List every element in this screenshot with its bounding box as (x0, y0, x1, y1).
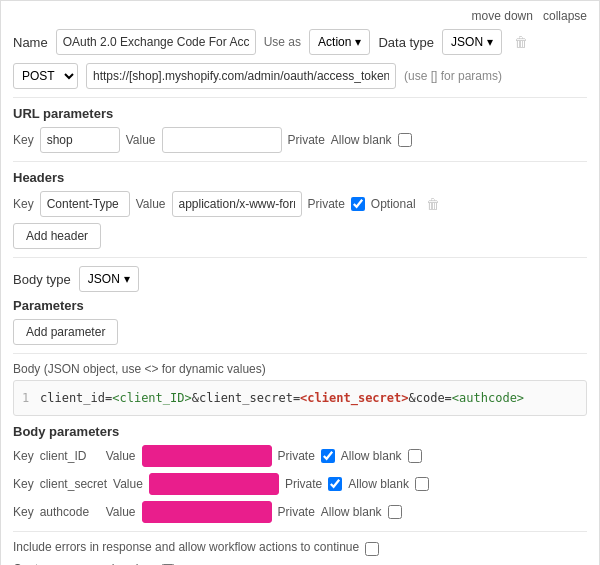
name-label: Name (13, 35, 48, 50)
url-allow-blank-label: Allow blank (331, 133, 392, 147)
url-key-input[interactable] (40, 127, 120, 153)
header-key-label: Key (13, 197, 34, 211)
headers-title: Headers (13, 170, 587, 185)
errors-checkbox[interactable] (365, 542, 379, 556)
bp-private-checkbox-2[interactable] (328, 477, 342, 491)
errors-label: Include errors in response and allow wor… (13, 540, 359, 554)
errors-checkbox-row: Include errors in response and allow wor… (13, 540, 587, 558)
url-input[interactable] (86, 63, 396, 89)
code-line-1: 1 client_id=<client_ID>&client_secret=<c… (22, 389, 578, 407)
chevron-down-icon: ▾ (355, 35, 361, 49)
body-type-label: Body type (13, 272, 71, 287)
ampersand2: &code= (408, 391, 451, 405)
bp-allow-blank-label-2: Allow blank (348, 477, 409, 491)
bp-value-input-3[interactable] (142, 501, 272, 523)
ampersand1: &client_secret= (192, 391, 300, 405)
chevron-down-icon: ▾ (487, 35, 493, 49)
bp-key-label-3: Key (13, 505, 34, 519)
bp-allow-blank-label-1: Allow blank (341, 449, 402, 463)
code-prefix: client_id= (40, 391, 112, 405)
parameters-section: Parameters Add parameter (13, 298, 587, 345)
url-key-label: Key (13, 133, 34, 147)
body-code-box: 1 client_id=<client_ID>&client_secret=<c… (13, 380, 587, 416)
data-type-dropdown[interactable]: JSON ▾ (442, 29, 502, 55)
headers-section: Headers Key Value Private Optional 🗑 Add… (13, 170, 587, 249)
body-param-row-2: Key client_secret Value Private Allow bl… (13, 473, 587, 495)
data-type-label: Data type (378, 35, 434, 50)
body-json-section: Body (JSON object, use <> for dynamic va… (13, 362, 587, 416)
bp-private-checkbox-1[interactable] (321, 449, 335, 463)
delete-icon[interactable]: 🗑 (514, 34, 528, 50)
bp-private-label-3: Private (278, 505, 315, 519)
bp-key-value-3: authcode (40, 505, 100, 519)
client-id-tag: <client_ID> (112, 391, 191, 405)
top-actions-bar: move down collapse (13, 9, 587, 23)
header-optional-label: Optional (371, 197, 416, 211)
add-parameter-button[interactable]: Add parameter (13, 319, 118, 345)
header-private-label: Private (308, 197, 345, 211)
bp-key-label-1: Key (13, 449, 34, 463)
header-key-input[interactable] (40, 191, 130, 217)
authcode-tag: <authcode> (452, 391, 524, 405)
body-json-label: Body (JSON object, use <> for dynamic va… (13, 362, 587, 376)
method-url-row: POST (use [] for params) (13, 63, 587, 89)
headers-row: Key Value Private Optional 🗑 (13, 191, 587, 217)
url-params-title: URL parameters (13, 106, 587, 121)
bp-allow-blank-checkbox-2[interactable] (415, 477, 429, 491)
body-param-row-1: Key client_ID Value Private Allow blank (13, 445, 587, 467)
add-header-row: Add header (13, 223, 587, 249)
params-hint: (use [] for params) (404, 69, 502, 83)
header-value-input[interactable] (172, 191, 302, 217)
name-input[interactable] (56, 29, 256, 55)
url-value-label: Value (126, 133, 156, 147)
body-params-title: Body parameters (13, 424, 587, 439)
body-type-dropdown[interactable]: JSON ▾ (79, 266, 139, 292)
header-value-label: Value (136, 197, 166, 211)
bp-value-label-3: Value (106, 505, 136, 519)
add-header-button[interactable]: Add header (13, 223, 101, 249)
url-value-input[interactable] (162, 127, 282, 153)
action-dropdown[interactable]: Action ▾ (309, 29, 370, 55)
move-down-action[interactable]: move down (472, 9, 533, 23)
bp-value-label-1: Value (106, 449, 136, 463)
bp-allow-blank-label-3: Allow blank (321, 505, 382, 519)
bp-value-input-2[interactable] (149, 473, 279, 495)
bp-key-value-2: client_secret (40, 477, 107, 491)
chevron-down-icon: ▾ (124, 272, 130, 286)
header-private-checkbox[interactable] (351, 197, 365, 211)
bp-private-label-2: Private (285, 477, 322, 491)
bp-private-label-1: Private (278, 449, 315, 463)
method-select[interactable]: POST (13, 63, 78, 89)
bp-key-label-2: Key (13, 477, 34, 491)
url-allow-blank-checkbox[interactable] (398, 133, 412, 147)
name-row: Name Use as Action ▾ Data type JSON ▾ 🗑 (13, 29, 587, 55)
body-param-row-3: Key authcode Value Private Allow blank (13, 501, 587, 523)
url-params-row: Key Value Private Allow blank (13, 127, 587, 153)
client-secret-tag: <client_secret> (300, 391, 408, 405)
bp-value-input-1[interactable] (142, 445, 272, 467)
url-private-label: Private (288, 133, 325, 147)
bp-allow-blank-checkbox-3[interactable] (388, 505, 402, 519)
bp-value-label-2: Value (113, 477, 143, 491)
line-number: 1 (22, 389, 34, 407)
api-call-card: move down collapse Name Use as Action ▾ … (0, 0, 600, 565)
use-as-label: Use as (264, 35, 301, 49)
header-delete-icon[interactable]: 🗑 (426, 196, 440, 212)
bp-allow-blank-checkbox-1[interactable] (408, 449, 422, 463)
body-params-section: Body parameters Key client_ID Value Priv… (13, 424, 587, 523)
collapse-action[interactable]: collapse (543, 9, 587, 23)
bp-key-value-1: client_ID (40, 449, 100, 463)
url-params-section: URL parameters Key Value Private Allow b… (13, 106, 587, 153)
parameters-title: Parameters (13, 298, 587, 313)
body-type-row: Body type JSON ▾ (13, 266, 587, 292)
